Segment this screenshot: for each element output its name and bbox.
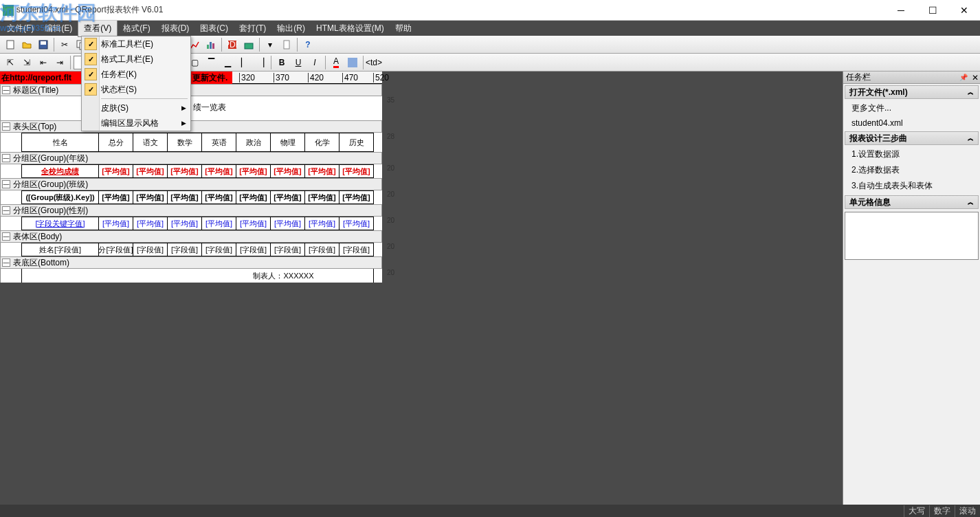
taskpane-item[interactable]: 更多文件...	[843, 100, 980, 116]
group-cell[interactable]: [平均值]	[305, 190, 339, 204]
open-icon[interactable]	[19, 37, 34, 52]
section-bottom-header[interactable]: —表底区(Bottom)	[0, 256, 382, 269]
title-text[interactable]: 绩一览表	[193, 102, 226, 113]
group-cell[interactable]: [平均值]	[133, 190, 168, 204]
group-cell[interactable]: [平均值]	[133, 164, 168, 178]
group-cell[interactable]: [平均值]	[99, 164, 133, 178]
body-cell[interactable]: 分[字段值]	[99, 243, 133, 256]
cut-icon[interactable]: ✂	[57, 37, 72, 52]
taskpane-item[interactable]: student04.xml	[843, 116, 980, 130]
menu-chart[interactable]: 图表(C)	[194, 21, 234, 36]
group-cell[interactable]: [字段关键字值]	[22, 217, 99, 230]
ruler2-icon[interactable]: ⇲	[19, 55, 34, 70]
dropdown-item-skin[interactable]: 皮肤(S)▶	[82, 100, 190, 116]
save-icon[interactable]	[36, 37, 51, 52]
bold-icon[interactable]: B	[274, 55, 289, 70]
group-cell[interactable]: [平均值]	[99, 217, 133, 230]
group-cell[interactable]: [平均值]	[202, 164, 236, 178]
group-cell[interactable]: [平均值]	[339, 164, 374, 178]
group-cell[interactable]: [平均值]	[305, 217, 339, 230]
underline-icon[interactable]: U	[291, 55, 306, 70]
border-right-icon[interactable]: ▕	[253, 55, 268, 70]
taskpane-item[interactable]: 2.选择数据表	[843, 162, 980, 178]
header-cell[interactable]: 物理	[271, 133, 305, 152]
body-cell[interactable]: [字段值]	[133, 243, 168, 256]
section-body-header[interactable]: —表体区(Body)	[0, 230, 382, 243]
taskpane-group-open[interactable]: 打开文件(*.xml)︽	[845, 85, 979, 99]
ruler1-icon[interactable]: ⇱	[3, 55, 18, 70]
section-group1-header[interactable]: —分组区(Group)(年级)	[0, 152, 382, 164]
group-cell[interactable]: [平均值]	[133, 217, 168, 230]
group-cell[interactable]: [平均值]	[168, 190, 202, 204]
border-bottom-icon[interactable]: ▁	[220, 55, 235, 70]
body-cell[interactable]: [字段值]	[236, 243, 271, 256]
section-group2-header[interactable]: —分组区(Group)(班级)	[0, 178, 382, 190]
menu-format[interactable]: 格式(F)	[118, 21, 155, 36]
section-top-header[interactable]: —表头区(Top)	[0, 120, 382, 133]
group-cell[interactable]: [平均值]	[339, 190, 374, 204]
border-top-icon[interactable]: ▔	[203, 55, 219, 70]
chart2-icon[interactable]	[203, 37, 219, 52]
group-cell[interactable]: [平均值]	[271, 190, 305, 204]
group-cell[interactable]: ([Group(班级).Key])	[22, 190, 99, 204]
header-cell[interactable]: 化学	[305, 133, 339, 152]
taskpane-item[interactable]: 1.设置数据源	[843, 146, 980, 162]
pin-icon[interactable]: 📌	[959, 74, 968, 81]
border-left-icon[interactable]: ▏	[236, 55, 252, 70]
close-pane-icon[interactable]: ✕	[972, 73, 979, 82]
group-cell[interactable]: [平均值]	[168, 164, 202, 178]
header-cell[interactable]: 性名	[22, 133, 99, 152]
group-cell[interactable]: [平均值]	[271, 164, 305, 178]
dropdown-item-taskbar[interactable]: ✓任务栏(K)	[82, 67, 190, 82]
menu-file[interactable]: 文件(F)	[1, 21, 39, 36]
dropdown-item-fmt-toolbar[interactable]: ✓格式工具栏(E)	[82, 52, 190, 67]
dropdown-item-std-toolbar[interactable]: ✓标准工具栏(E)	[82, 36, 190, 52]
group-cell[interactable]: [平均值]	[305, 164, 339, 178]
body-cell[interactable]: [字段值]	[305, 243, 339, 256]
body-cell[interactable]: [字段值]	[339, 243, 374, 256]
header-cell[interactable]: 历史	[339, 133, 374, 152]
section-group3-header[interactable]: —分组区(Group)(性别)	[0, 204, 382, 217]
pdf-icon[interactable]: PDF	[225, 37, 240, 52]
export-icon[interactable]	[241, 37, 256, 52]
design-canvas[interactable]: 在http://qreport.flt 更新文件. 320 370 420 47…	[0, 72, 843, 505]
menu-output[interactable]: 输出(R)	[271, 21, 311, 36]
menu-html[interactable]: HTML表格设置(M)	[311, 21, 390, 36]
menu-report[interactable]: 报表(D)	[156, 21, 195, 36]
tag-icon[interactable]: <td>	[366, 55, 381, 70]
body-cell[interactable]: [字段值]	[271, 243, 305, 256]
taskpane-group-steps[interactable]: 报表设计三步曲︽	[845, 131, 979, 145]
group-cell[interactable]: [平均值]	[99, 190, 133, 204]
menu-overlay[interactable]: 套打(T)	[234, 21, 271, 36]
new-icon[interactable]	[3, 37, 18, 52]
body-cell[interactable]: [字段值]	[202, 243, 236, 256]
ruler3-icon[interactable]: ⇤	[36, 55, 51, 70]
header-cell[interactable]: 总分	[99, 133, 133, 152]
group-cell[interactable]: [平均值]	[236, 164, 271, 178]
header-cell[interactable]: 政治	[236, 133, 271, 152]
ruler4-icon[interactable]: ⇥	[52, 55, 67, 70]
group-cell[interactable]: [平均值]	[202, 217, 236, 230]
group-cell[interactable]: 全校均成绩	[22, 164, 99, 178]
group-cell[interactable]: [平均值]	[339, 217, 374, 230]
group-cell[interactable]: [平均值]	[202, 190, 236, 204]
group-cell[interactable]: [平均值]	[236, 217, 271, 230]
body-cell[interactable]: 姓名[字段值]	[22, 243, 99, 256]
menu-edit[interactable]: 编辑(E)	[39, 21, 78, 36]
group-cell[interactable]: [平均值]	[168, 217, 202, 230]
doc-icon[interactable]	[279, 37, 294, 52]
dropdown-item-statusbar[interactable]: ✓状态栏(S)	[82, 82, 190, 97]
settings-icon[interactable]: ▾	[263, 37, 278, 52]
dropdown-item-editstyle[interactable]: 编辑区显示风格▶	[82, 116, 190, 131]
font-color-icon[interactable]: A	[328, 55, 344, 70]
group-cell[interactable]: [平均值]	[236, 190, 271, 204]
fill-color-icon[interactable]	[345, 55, 360, 70]
help-icon[interactable]: ?	[300, 37, 315, 52]
close-button[interactable]: ✕	[948, 0, 980, 21]
bottom-cell[interactable]: 制表人：XXXXXX	[22, 269, 374, 283]
taskpane-item[interactable]: 3.自动生成表头和表体	[843, 178, 980, 194]
taskpane-group-cellinfo[interactable]: 单元格信息︽	[845, 195, 979, 209]
maximize-button[interactable]: ☐	[917, 0, 948, 21]
header-cell[interactable]: 英语	[202, 133, 236, 152]
header-cell[interactable]: 语文	[133, 133, 168, 152]
